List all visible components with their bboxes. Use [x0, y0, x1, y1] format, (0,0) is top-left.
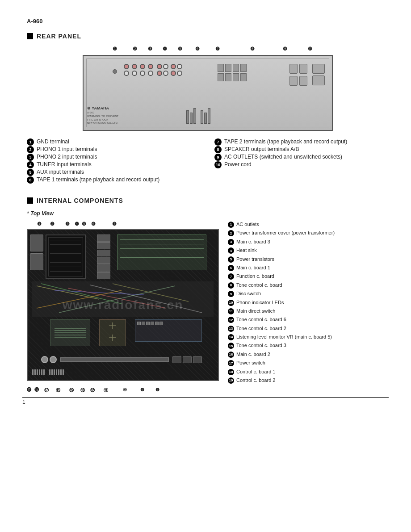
legend-item-4: 4 TUNER input terminals: [27, 161, 201, 168]
speaker-terminals: [218, 64, 247, 81]
svg-line-5: [113, 284, 189, 302]
callout-label-10: ❿: [308, 46, 312, 52]
int-legend-14: 14 Listening level monitor VR (main c. b…: [228, 334, 389, 340]
footer-page-num: 1: [22, 399, 25, 405]
int-legend-9: 9 Disc switch: [228, 290, 389, 297]
internal-components-section: INTERNAL COMPONENTS * Top View ❶ ❷ ❸ ❹ ❺…: [27, 197, 389, 395]
tape2-connectors: [171, 64, 182, 76]
int-legend-18: 18 Control c. board 1: [228, 369, 389, 375]
legend-item-3: 3 PHONO 2 input terminals: [27, 153, 201, 161]
bc19: ⓲: [34, 387, 39, 392]
panel-number-labels: ❶ ❷ ❸ ❹ ❺ ❻ ❼ ❽ ❾ ❿: [83, 46, 333, 55]
int-legend-19: 19 Control c. board 2: [228, 377, 389, 384]
gnd-terminal: [113, 69, 117, 74]
tc6: ❻: [91, 221, 96, 227]
phono2-connectors: [132, 64, 137, 76]
int-legend-6: 6 Main c. board 1: [228, 264, 389, 271]
legend-item-5: 5 AUX input terminals: [27, 168, 201, 176]
tc5: ❺: [82, 221, 86, 227]
tc2: ❷: [50, 221, 55, 227]
rear-panel-section: REAR PANEL ❶ ❷ ❸ ❹ ❺ ❻ ❼ ❽ ❾ ❿ ⊛ YAMAHA …: [27, 33, 389, 184]
tuner-connectors: [140, 64, 145, 76]
internal-legend: 1 AC outlets 2 Power transformer cover (…: [228, 221, 389, 385]
callout-label-6: ❻: [195, 46, 200, 52]
legend-item-10: 10 Power cord: [214, 161, 389, 168]
power-cord: [312, 64, 326, 85]
bc10: ⑩: [123, 387, 127, 392]
int-legend-8: 8 Tone control c. board: [228, 282, 389, 289]
bc11: ⑪: [104, 387, 108, 394]
ac-outlet-internal: [30, 235, 43, 270]
internal-components-title: INTERNAL COMPONENTS: [27, 197, 389, 204]
tc7: ❼: [112, 221, 117, 227]
phono1-connectors: [124, 64, 129, 76]
callout-label-9: ❾: [283, 46, 287, 52]
footer-line: [22, 397, 389, 398]
legend-item-1: 1 GND terminal: [27, 138, 201, 146]
aux-connectors: [148, 64, 153, 76]
bottom-callout-row: ⓱ ⓲ ⑰ ⑯ ⑮ ⑬ ⑫ ⑪ ⑩ ❾ ❽: [27, 387, 219, 395]
tc4: ❹: [75, 221, 79, 227]
bc12: ⑫: [90, 387, 95, 394]
int-legend-11: 11 Main direct switch: [228, 308, 389, 314]
callout-label-8: ❽: [250, 46, 255, 52]
logo-area: ⊛ YAMAHA A-960WARNING: TO PREVENT FIRE O…: [87, 106, 123, 124]
tc1: ❶: [37, 221, 42, 227]
bc15: ⑮: [69, 387, 74, 394]
legend-item-8: 8 SPEAKER output terminals A/B: [214, 146, 389, 153]
bc8: ❽: [155, 387, 159, 392]
callout-label-2: ❷: [133, 46, 137, 52]
callout-label-3: ❸: [148, 46, 152, 52]
top-view-container: ❶ ❷ ❸ ❹ ❺ ❻ ❼: [27, 221, 389, 395]
internal-diagram-wrapper: ❶ ❷ ❸ ❹ ❺ ❻ ❼: [27, 221, 219, 395]
svg-line-3: [90, 285, 202, 313]
int-legend-4: 4 Heat sink: [228, 247, 389, 254]
legend-item-9: 9 AC OUTLETS (switched and unswitched so…: [214, 153, 389, 161]
rear-panel-diagram: ⊛ YAMAHA A-960WARNING: TO PREVENT FIRE O…: [83, 55, 333, 131]
bc16: ⑯: [56, 387, 60, 394]
legend-item-6: 6 TAPE 1 terminals (tape playback and re…: [27, 176, 201, 184]
tc3: ❸: [65, 221, 70, 227]
int-legend-10: 10 Phono indicator LEDs: [228, 299, 389, 306]
callout-label-1: ❶: [113, 46, 117, 52]
main-board-area: [117, 235, 206, 270]
top-view-label: * Top View: [27, 210, 389, 217]
legend-item-2: 2 PHONO 1 input terminals: [27, 146, 201, 153]
int-legend-17: 17 Power switch: [228, 360, 389, 366]
bottom-components: 十 十: [37, 319, 206, 373]
wiring-area: [32, 281, 214, 317]
input-connectors-area: [124, 64, 186, 76]
page: A-960 REAR PANEL ❶ ❷ ❸ ❹ ❺ ❻ ❼ ❽ ❾ ❿ ⊛ Y: [0, 0, 411, 413]
int-legend-1: 1 AC outlets: [228, 221, 389, 228]
tape1-connectors: [157, 64, 168, 76]
title-block-icon-2: [27, 197, 33, 204]
callout-label-4: ❹: [163, 46, 167, 52]
int-legend-12: 12 Tone control c. board 6: [228, 316, 389, 323]
int-legend-13: 13 Tone control c. board 2: [228, 325, 389, 332]
rear-panel-title: REAR PANEL: [27, 33, 389, 40]
top-callout-row: ❶ ❷ ❸ ❹ ❺ ❻ ❼: [31, 221, 219, 229]
bc9: ❾: [140, 387, 144, 392]
bottom-pins: [32, 368, 214, 377]
bc13: ⑬: [80, 387, 85, 394]
meters: [186, 108, 210, 124]
int-legend-5: 5 Power transistors: [228, 256, 389, 263]
internal-board-diagram: 十 十: [27, 229, 219, 381]
model-number: A-960: [27, 18, 389, 25]
heat-sink: [97, 235, 110, 279]
title-block-icon: [27, 33, 33, 39]
legend-item-7: 7 TAPE 2 terminals (tape playback and re…: [214, 138, 389, 146]
callout-label-7: ❼: [215, 46, 220, 52]
transformer-block: [46, 235, 86, 279]
ac-outlets: [289, 64, 307, 86]
int-legend-16: 16 Main c. board 2: [228, 351, 389, 358]
rear-panel-legend: 1 GND terminal 2 PHONO 1 input terminals…: [27, 138, 389, 184]
bc18: ⓱: [27, 387, 31, 392]
int-legend-3: 3 Main c. board 3: [228, 239, 389, 245]
int-legend-2: 2 Power transformer cover (power transfo…: [228, 230, 389, 236]
int-legend-7: 7 Function c. board: [228, 273, 389, 280]
callout-label-5: ❺: [178, 46, 182, 52]
bc17: ⑰: [44, 387, 49, 394]
int-legend-15: 15 Tone control c. board 3: [228, 342, 389, 349]
